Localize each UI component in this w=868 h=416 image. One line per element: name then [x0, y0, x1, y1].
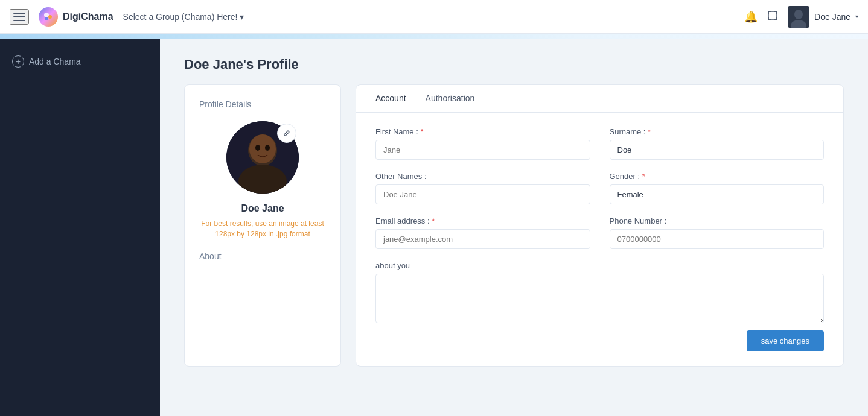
svg-point-11 — [255, 145, 260, 151]
form-tabs: Account Authorisation — [356, 85, 843, 113]
navbar: DigiChama Select a Group (Chama) Here! ▾… — [0, 0, 868, 34]
form-row-contact: Email address : * Phone Number : — [375, 216, 824, 249]
email-group: Email address : * — [375, 216, 590, 249]
tab-authorisation[interactable]: Authorisation — [416, 85, 485, 113]
email-input[interactable] — [375, 229, 590, 249]
surname-required: * — [648, 127, 651, 136]
group-select-label: Select a Group (Chama) Here! — [123, 12, 238, 22]
svg-point-5 — [794, 10, 803, 19]
tab-account[interactable]: Account — [366, 85, 416, 113]
user-display-name: Doe Jane — [814, 12, 850, 22]
user-menu[interactable]: Doe Jane ▾ — [788, 6, 858, 28]
main-content: Doe Jane's Profile Profile Details — [160, 39, 868, 416]
profile-display-name: Doe Jane — [199, 203, 326, 214]
logo-icon — [39, 7, 58, 27]
profile-image-hint: For best results, use an image at least … — [199, 219, 326, 239]
first-name-required: * — [420, 127, 423, 136]
main-layout: + Add a Chama Doe Jane's Profile Profile… — [0, 39, 868, 416]
about-label: about you — [375, 261, 824, 270]
notifications-bell-icon[interactable]: 🔔 — [744, 10, 758, 24]
first-name-group: First Name : * — [375, 127, 590, 160]
about-group: about you — [375, 261, 824, 326]
svg-point-12 — [265, 145, 270, 151]
profile-card: Profile Details — [184, 84, 341, 367]
gender-group: Gender : * — [610, 172, 825, 204]
surname-group: Surname : * — [610, 127, 825, 160]
content-grid: Profile Details — [184, 84, 844, 367]
add-chama-button[interactable]: + Add a Chama — [0, 51, 160, 72]
save-changes-button[interactable]: save changes — [747, 330, 824, 351]
svg-point-10 — [249, 134, 276, 163]
gender-required: * — [642, 172, 645, 181]
avatar-edit-button[interactable] — [277, 124, 296, 143]
navbar-left: DigiChama Select a Group (Chama) Here! ▾ — [10, 7, 244, 27]
surname-label: Surname : * — [610, 127, 825, 136]
svg-rect-3 — [768, 11, 777, 20]
user-menu-caret: ▾ — [855, 13, 858, 20]
about-textarea[interactable] — [375, 274, 824, 323]
form-actions: save changes — [375, 330, 824, 351]
email-label: Email address : * — [375, 216, 590, 225]
email-required: * — [432, 216, 435, 225]
surname-input[interactable] — [610, 140, 825, 160]
group-select-caret: ▾ — [240, 12, 244, 22]
app-logo: DigiChama — [39, 7, 113, 27]
top-gradient-bar — [0, 34, 868, 39]
gender-input[interactable] — [610, 184, 825, 204]
svg-point-2 — [45, 17, 48, 20]
add-chama-label: Add a Chama — [29, 57, 81, 66]
other-names-label: Other Names : — [375, 172, 590, 181]
sidebar: + Add a Chama — [0, 39, 160, 416]
other-names-group: Other Names : — [375, 172, 590, 204]
phone-input[interactable] — [610, 229, 825, 249]
form-card: Account Authorisation First Name : * — [356, 84, 844, 367]
svg-point-1 — [48, 15, 52, 19]
gender-label: Gender : * — [610, 172, 825, 181]
hamburger-button[interactable] — [10, 9, 29, 25]
add-chama-icon: + — [12, 55, 24, 68]
svg-point-0 — [44, 13, 49, 17]
app-name: DigiChama — [63, 11, 113, 22]
profile-about-label: About — [199, 251, 326, 261]
phone-group: Phone Number : — [610, 216, 825, 249]
navbar-right: 🔔 Doe Jane ▾ — [744, 6, 858, 28]
first-name-input[interactable] — [375, 140, 590, 160]
group-select-dropdown[interactable]: Select a Group (Chama) Here! ▾ — [123, 12, 244, 22]
other-names-input[interactable] — [375, 184, 590, 204]
form-row-other-gender: Other Names : Gender : * — [375, 172, 824, 204]
page-title: Doe Jane's Profile — [184, 57, 844, 72]
profile-details-label: Profile Details — [199, 99, 326, 109]
fullscreen-expand-icon[interactable] — [767, 10, 778, 24]
avatar — [788, 6, 809, 28]
first-name-label: First Name : * — [375, 127, 590, 136]
phone-label: Phone Number : — [610, 216, 825, 225]
form-row-name: First Name : * Surname : * — [375, 127, 824, 160]
avatar-wrapper — [226, 121, 299, 194]
form-body: First Name : * Surname : * — [356, 113, 843, 366]
